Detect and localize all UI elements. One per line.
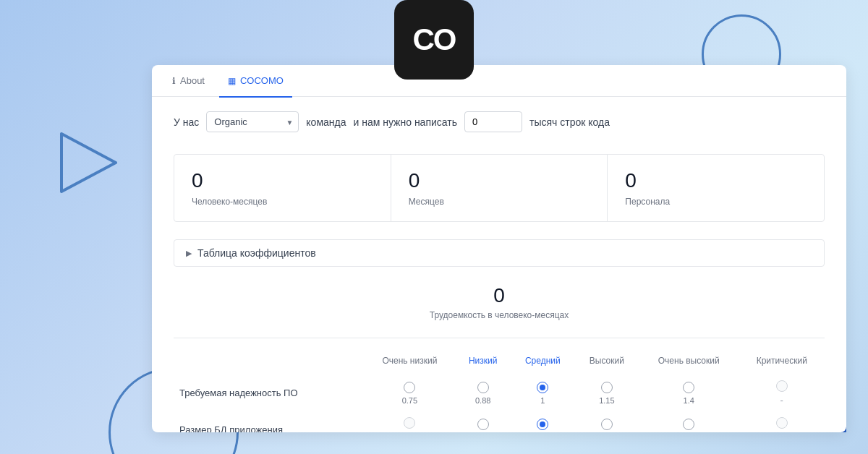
col-header-very-low: Очень низкий (364, 353, 455, 374)
coeff-expand-icon: ▶ (186, 249, 192, 258)
radio-wrapper: - (370, 417, 449, 432)
row-label-db-size: Размер БД приложения (174, 411, 364, 432)
radio-button[interactable] (683, 419, 694, 430)
about-icon: ℹ (172, 76, 176, 86)
radio-val: 0.75 (402, 396, 417, 405)
radio-wrapper: 1.08 (581, 419, 633, 433)
radio-wrapper: - (745, 380, 819, 406)
coefficients-table: Очень низкий Низкий Средний Высокий Очен… (174, 353, 825, 432)
radio-wrapper: 0.94 (461, 419, 505, 433)
personnel-label: Персонала (625, 197, 807, 207)
effort-label: Трудоемкость в человеко-месяцах (174, 310, 825, 320)
radio-button-disabled (776, 417, 788, 429)
radio-wrapper: 1.15 (581, 382, 633, 405)
effort-value: 0 (174, 284, 825, 307)
cell-dbsize-very-high: 1.16 (639, 411, 739, 432)
col-header-high: Высокий (575, 353, 639, 374)
personnel-value: 0 (625, 169, 807, 192)
cell-reliability-critical: - (739, 374, 825, 411)
radio-button-disabled (404, 417, 415, 429)
effort-section: 0 Трудоемкость в человеко-месяцах (174, 284, 825, 320)
cell-dbsize-low: 0.94 (456, 411, 511, 432)
stats-row: 0 Человеко-месяцев 0 Месяцев 0 Персонала (174, 154, 825, 222)
months-value: 0 (409, 169, 590, 192)
cell-dbsize-high: 1.08 (575, 411, 639, 432)
section-divider (174, 338, 825, 338)
col-header-medium: Средний (511, 353, 575, 374)
months-label: Месяцев (409, 197, 590, 207)
table-row: Размер БД приложения - 0.94 (174, 411, 825, 432)
radio-button[interactable] (601, 382, 613, 393)
stat-months: 0 Месяцев (391, 155, 608, 221)
cell-dbsize-critical: - (739, 411, 825, 432)
tab-cocomo-label: COCOMO (240, 75, 284, 86)
radio-button-selected[interactable] (537, 419, 548, 430)
radio-wrapper: - (745, 417, 819, 432)
deco-triangle-left (54, 127, 127, 199)
coeff-label: Таблица коэффициентов (197, 247, 316, 259)
col-header-low: Низкий (456, 353, 511, 374)
middle-label: команда (306, 116, 346, 128)
suffix-label: и нам нужно написать (353, 116, 457, 128)
prefix-label: У нас (174, 116, 199, 128)
tab-cocomo[interactable]: ▦ COCOMO (219, 66, 292, 98)
main-content: У нас Organic Semi-detached Embedded ▼ к… (152, 97, 846, 432)
units-label: тысяч строк кода (529, 116, 610, 128)
radio-dash: - (780, 395, 783, 406)
col-header-empty (174, 353, 364, 374)
man-months-value: 0 (192, 169, 373, 192)
row-label-reliability: Требуемая надежность ПО (174, 374, 364, 411)
col-header-very-high: Очень высокий (639, 353, 739, 374)
cell-reliability-very-high: 1.4 (639, 374, 739, 411)
radio-button[interactable] (477, 382, 489, 393)
radio-dash: - (780, 432, 783, 432)
tab-bar: ℹ About ▦ COCOMO (152, 65, 846, 97)
loc-input[interactable] (464, 111, 522, 132)
stat-man-months: 0 Человеко-месяцев (174, 155, 391, 221)
radio-wrapper: 1.16 (644, 419, 733, 433)
radio-val: 1 (540, 396, 545, 405)
radio-button-selected[interactable] (537, 382, 548, 393)
radio-button[interactable] (477, 419, 489, 430)
team-type-select-wrapper: Organic Semi-detached Embedded ▼ (206, 111, 299, 132)
main-panel: ℹ About ▦ COCOMO У нас Organic Semi-deta… (152, 65, 846, 432)
radio-wrapper: 1 (516, 419, 569, 433)
radio-button-disabled (776, 380, 788, 392)
radio-val: 1.15 (599, 396, 614, 405)
radio-button[interactable] (601, 419, 613, 430)
cell-reliability-medium: 1 (511, 374, 575, 411)
radio-button[interactable] (683, 382, 694, 393)
col-header-critical: Критический (739, 353, 825, 374)
radio-button[interactable] (404, 382, 415, 393)
app-logo: CO (394, 0, 474, 80)
radio-wrapper: 1 (516, 382, 569, 405)
tab-about[interactable]: ℹ About (163, 66, 213, 98)
man-months-label: Человеко-месяцев (192, 197, 373, 207)
team-type-select[interactable]: Organic Semi-detached Embedded (206, 111, 299, 132)
row-label-text: Требуемая надежность ПО (179, 387, 298, 398)
cell-reliability-very-low: 0.75 (364, 374, 455, 411)
stat-personnel: 0 Персонала (608, 155, 824, 221)
radio-wrapper: 0.88 (461, 382, 505, 405)
radio-wrapper: 1.4 (644, 382, 733, 405)
table-row: Требуемая надежность ПО 0.75 0.88 (174, 374, 825, 411)
table-header-row: Очень низкий Низкий Средний Высокий Очен… (174, 353, 825, 374)
cell-reliability-high: 1.15 (575, 374, 639, 411)
tab-about-label: About (180, 75, 205, 86)
row-label-text: Размер БД приложения (179, 424, 283, 432)
radio-val: 1.4 (684, 396, 694, 405)
cell-dbsize-medium: 1 (511, 411, 575, 432)
cell-reliability-low: 0.88 (456, 374, 511, 411)
input-row: У нас Organic Semi-detached Embedded ▼ к… (174, 111, 825, 132)
cocomo-icon: ▦ (228, 76, 236, 86)
radio-wrapper: 0.75 (370, 382, 449, 405)
coefficients-toggle[interactable]: ▶ Таблица коэффициентов (174, 239, 825, 267)
svg-marker-0 (61, 134, 116, 192)
logo-text: CO (413, 22, 456, 57)
radio-dash: - (408, 432, 411, 432)
radio-val: 0.88 (475, 396, 490, 405)
cell-dbsize-very-low: - (364, 411, 455, 432)
